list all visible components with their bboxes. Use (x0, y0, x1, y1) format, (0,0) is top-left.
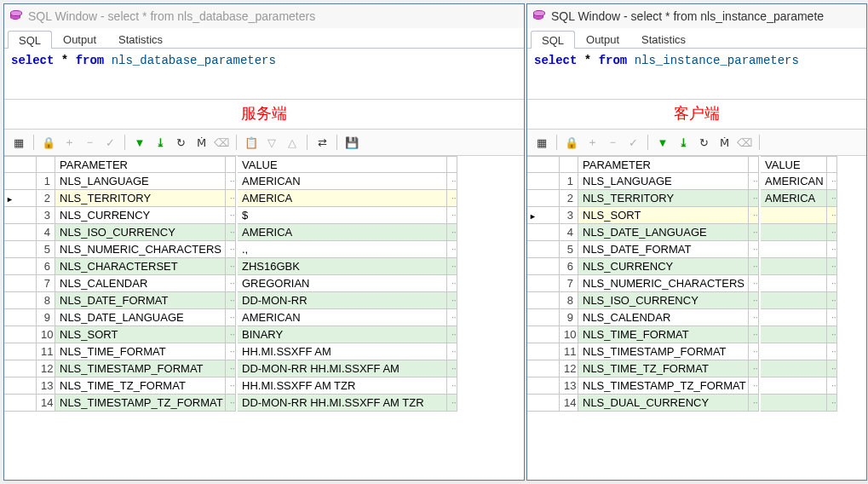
add-icon[interactable]: ＋ (61, 135, 77, 150)
commit-icon[interactable]: ✓ (625, 135, 641, 150)
row-number[interactable]: 4 (560, 224, 578, 241)
cell-parameter[interactable]: NLS_ISO_CURRENCY (55, 224, 226, 241)
row-marker[interactable] (4, 241, 37, 258)
row-number[interactable]: 6 (560, 258, 578, 275)
column-header-value[interactable]: VALUE (761, 156, 827, 173)
cell-more-icon[interactable]: ··· (226, 241, 236, 258)
row-marker[interactable] (527, 343, 560, 360)
row-number[interactable]: 8 (560, 292, 578, 309)
row-marker[interactable] (4, 309, 37, 326)
row-number[interactable]: 12 (37, 360, 55, 377)
cell-value[interactable]: GREGORIAN (238, 275, 447, 292)
cell-parameter[interactable]: NLS_NUMERIC_CHARACTERS (578, 275, 749, 292)
cell-more-icon[interactable]: ··· (447, 190, 457, 207)
lock-icon[interactable]: 🔒 (564, 135, 579, 150)
remove-icon[interactable]: － (82, 135, 97, 150)
cell-value[interactable] (761, 343, 827, 360)
tab-sql[interactable]: SQL (8, 31, 52, 49)
cell-more-icon[interactable]: ··· (447, 207, 457, 224)
row-marker[interactable] (4, 292, 37, 309)
cell-parameter[interactable]: NLS_TIME_FORMAT (55, 343, 226, 360)
cell-more-icon[interactable]: ··· (827, 258, 837, 275)
row-number[interactable]: 1 (37, 173, 55, 190)
refresh-icon[interactable]: ↻ (173, 135, 188, 150)
cell-more-icon[interactable]: ··· (749, 292, 759, 309)
cell-value[interactable]: DD-MON-RR (238, 292, 447, 309)
column-header-parameter[interactable]: PARAMETER (55, 156, 226, 173)
cell-parameter[interactable]: NLS_CURRENCY (55, 207, 226, 224)
row-marker[interactable] (4, 326, 37, 343)
cell-more-icon[interactable]: ··· (447, 326, 457, 343)
cell-more-icon[interactable]: ··· (749, 360, 759, 377)
cell-value[interactable]: AMERICAN (238, 173, 447, 190)
row-number[interactable]: 5 (37, 241, 55, 258)
cell-more-icon[interactable]: ··· (827, 275, 837, 292)
cell-more-icon[interactable]: ··· (749, 326, 759, 343)
row-marker[interactable] (4, 360, 37, 377)
cell-parameter[interactable]: NLS_DATE_LANGUAGE (578, 224, 749, 241)
row-number[interactable]: 5 (560, 241, 578, 258)
cell-more-icon[interactable]: ··· (827, 326, 837, 343)
cell-parameter[interactable]: NLS_TIME_FORMAT (578, 326, 749, 343)
row-marker[interactable] (527, 395, 560, 412)
cell-parameter[interactable]: NLS_SORT (55, 326, 226, 343)
cell-more-icon[interactable]: ··· (447, 360, 457, 377)
column-header-parameter[interactable]: PARAMETER (578, 156, 749, 173)
cell-parameter[interactable]: NLS_CALENDAR (55, 275, 226, 292)
copy-icon[interactable]: 📋 (244, 135, 259, 150)
row-number[interactable]: 11 (560, 343, 578, 360)
export-down-icon[interactable]: ▽ (264, 135, 279, 150)
cell-more-icon[interactable]: ··· (827, 173, 837, 190)
cell-more-icon[interactable]: ··· (447, 275, 457, 292)
column-menu[interactable] (226, 156, 236, 173)
cell-parameter[interactable]: NLS_TERRITORY (578, 190, 749, 207)
row-marker[interactable] (527, 275, 560, 292)
row-number[interactable]: 2 (560, 190, 578, 207)
cell-more-icon[interactable]: ··· (447, 343, 457, 360)
commit-icon[interactable]: ✓ (102, 135, 118, 150)
column-header-value[interactable]: VALUE (238, 156, 447, 173)
row-number[interactable]: 3 (37, 207, 55, 224)
cell-value[interactable] (761, 309, 827, 326)
cell-parameter[interactable]: NLS_DATE_LANGUAGE (55, 309, 226, 326)
cell-more-icon[interactable]: ··· (749, 309, 759, 326)
cell-more-icon[interactable]: ··· (447, 173, 457, 190)
tab-sql[interactable]: SQL (531, 31, 575, 49)
cell-more-icon[interactable]: ··· (226, 207, 236, 224)
cell-more-icon[interactable]: ··· (827, 343, 837, 360)
cell-more-icon[interactable]: ··· (827, 241, 837, 258)
sql-editor[interactable]: select * from nls_database_parameters (4, 49, 524, 100)
cell-parameter[interactable]: NLS_TIMESTAMP_TZ_FORMAT (55, 395, 226, 412)
fetch-next-icon[interactable]: ▼ (655, 135, 670, 150)
cell-parameter[interactable]: NLS_NUMERIC_CHARACTERS (55, 241, 226, 258)
column-menu[interactable] (447, 156, 457, 173)
row-marker[interactable] (527, 258, 560, 275)
row-number[interactable]: 8 (37, 292, 55, 309)
row-number[interactable]: 12 (560, 360, 578, 377)
row-marker[interactable] (4, 190, 37, 207)
cell-parameter[interactable]: NLS_SORT (578, 207, 749, 224)
row-number[interactable]: 7 (560, 275, 578, 292)
row-number[interactable]: 6 (37, 258, 55, 275)
row-marker[interactable] (4, 377, 37, 395)
cell-parameter[interactable]: NLS_TIME_TZ_FORMAT (578, 360, 749, 377)
cell-more-icon[interactable]: ··· (827, 395, 837, 412)
row-marker[interactable] (4, 224, 37, 241)
cell-more-icon[interactable]: ··· (749, 224, 759, 241)
cell-value[interactable] (761, 292, 827, 309)
cell-more-icon[interactable]: ··· (447, 224, 457, 241)
results-grid[interactable]: PARAMETERVALUE1NLS_LANGUAGE···AMERICAN··… (527, 156, 866, 412)
cell-parameter[interactable]: NLS_TIMESTAMP_TZ_FORMAT (578, 377, 749, 395)
cell-parameter[interactable]: NLS_CURRENCY (578, 258, 749, 275)
cell-more-icon[interactable]: ··· (447, 292, 457, 309)
titlebar[interactable]: SQL Window - select * from nls_database_… (4, 4, 524, 28)
cell-more-icon[interactable]: ··· (226, 275, 236, 292)
grid-options-icon[interactable]: ▦ (11, 135, 26, 150)
cell-parameter[interactable]: NLS_DATE_FORMAT (55, 292, 226, 309)
cell-more-icon[interactable]: ··· (226, 360, 236, 377)
row-number[interactable]: 1 (560, 173, 578, 190)
cell-more-icon[interactable]: ··· (226, 395, 236, 412)
add-icon[interactable]: ＋ (584, 135, 600, 150)
row-marker[interactable] (527, 173, 560, 190)
cell-more-icon[interactable]: ··· (226, 292, 236, 309)
